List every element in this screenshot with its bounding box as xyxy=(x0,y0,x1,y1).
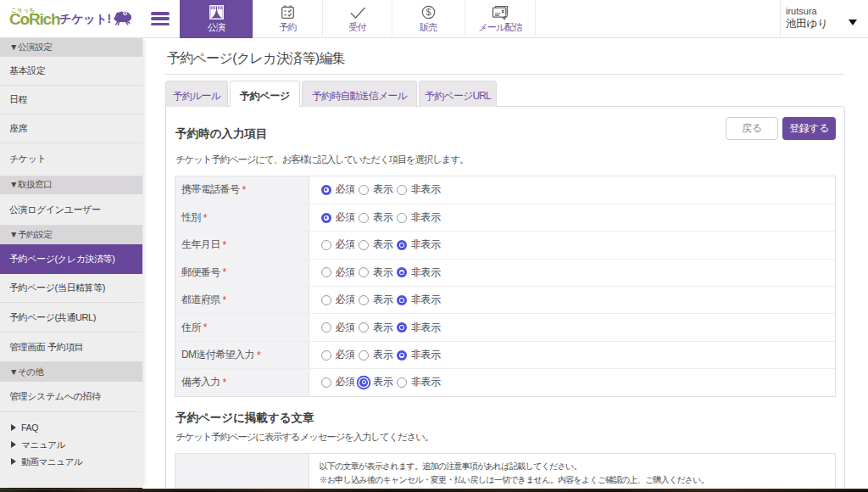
svg-text:$: $ xyxy=(426,7,431,17)
